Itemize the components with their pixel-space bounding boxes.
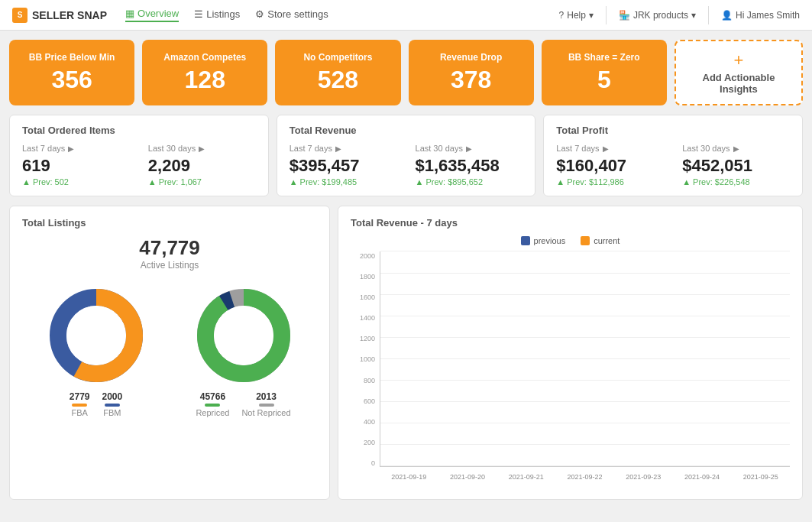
stats-value-revenue-30d: $1,635,458 — [416, 156, 523, 176]
metric-value-bb-share: 5 — [597, 66, 611, 93]
stats-title-revenue: Total Revenue — [290, 125, 523, 136]
stats-period-ordered-30d: Last 30 days ▶ — [148, 144, 256, 153]
bottom-row: Total Listings 47,779 Active Listings — [9, 206, 803, 500]
brand: S SELLER SNAP — [12, 8, 107, 23]
trend-up-icon-2: ▲ — [148, 177, 157, 186]
metric-cards-row: BB Price Below Min 356 Amazon Competes 1… — [9, 40, 803, 105]
listings-card: Total Listings 47,779 Active Listings — [9, 206, 330, 500]
stats-period-ordered-7d: Last 7 days ▶ — [22, 144, 130, 153]
bar-chart: 0 200 400 600 800 1000 1200 1400 1600 18… — [351, 251, 790, 488]
stats-period-profit-30d: Last 30 days ▶ — [682, 144, 790, 153]
x-label-4: 2021-09-23 — [614, 470, 673, 488]
user-icon: 👤 — [721, 10, 733, 21]
y-label-1400: 1400 — [360, 314, 375, 322]
donut-repriced: 45766 Repriced 2013 Not Repriced — [194, 286, 293, 417]
donut-fba-fbm: 2779 FBA 2000 FBM — [47, 286, 146, 417]
y-label-0: 0 — [371, 459, 375, 467]
stats-title-ordered: Total Ordered Items — [22, 125, 256, 136]
not-repriced-value: 2013 — [256, 391, 277, 402]
stats-prev-profit-7d: ▲ Prev: $112,986 — [556, 177, 664, 186]
legend-repriced: 45766 Repriced — [196, 391, 229, 417]
nav-listings[interactable]: ☰ Listings — [194, 8, 240, 21]
list-icon: ☰ — [194, 8, 203, 20]
donut2-legend: 45766 Repriced 2013 Not Repriced — [196, 391, 290, 417]
revenue-chart-title: Total Revenue - 7 days — [351, 217, 790, 229]
nav-store-settings[interactable]: ⚙ Store settings — [255, 8, 328, 21]
y-label-1200: 1200 — [360, 335, 375, 342]
stats-card-ordered: Total Ordered Items Last 7 days ▶ 619 ▲ … — [9, 115, 269, 196]
add-actionable-insights-button[interactable]: + Add Actionable Insights — [675, 40, 803, 105]
stats-col-revenue-7d: Last 7 days ▶ $395,457 ▲ Prev: $199,485 — [290, 144, 397, 186]
y-label-600: 600 — [364, 397, 375, 405]
stats-value-revenue-7d: $395,457 — [290, 156, 397, 176]
trend-up-icon-5: ▲ — [556, 177, 565, 186]
metric-label-bb-price: BB Price Below Min — [29, 52, 115, 64]
revenue-card: Total Revenue - 7 days previous current … — [338, 206, 803, 500]
arrow-right-icon-2: ▶ — [199, 144, 205, 153]
trend-up-icon-4: ▲ — [416, 177, 424, 186]
nav-divider-1 — [606, 6, 607, 24]
metric-card-bb-price[interactable]: BB Price Below Min 356 — [9, 40, 134, 105]
bars-container — [383, 251, 787, 466]
stats-value-profit-30d: $452,051 — [682, 156, 790, 176]
metric-value-no-competitors: 528 — [318, 66, 358, 93]
repriced-dot — [205, 404, 220, 407]
help-button[interactable]: ? Help ▾ — [559, 10, 594, 21]
stats-title-profit: Total Profit — [556, 125, 790, 136]
x-label-3: 2021-09-22 — [555, 470, 614, 488]
nav-links: ▦ Overview ☰ Listings ⚙ Store settings — [125, 8, 541, 22]
plus-icon: + — [734, 50, 744, 70]
metric-card-bb-share[interactable]: BB Share = Zero 5 — [542, 40, 667, 105]
add-insights-label: Add Actionable Insights — [688, 72, 789, 95]
stats-col-ordered-7d: Last 7 days ▶ 619 ▲ Prev: 502 — [22, 144, 130, 186]
stats-col-revenue-30d: Last 30 days ▶ $1,635,458 ▲ Prev: $895,6… — [416, 144, 523, 186]
arrow-right-icon-3: ▶ — [335, 144, 341, 153]
fbm-label: FBM — [103, 408, 121, 417]
stats-col-ordered-30d: Last 30 days ▶ 2,209 ▲ Prev: 1,067 — [148, 144, 256, 186]
y-axis: 0 200 400 600 800 1000 1200 1400 1600 18… — [351, 251, 378, 467]
metric-value-revenue-drop: 378 — [451, 66, 491, 93]
metric-card-no-competitors[interactable]: No Competitors 528 — [275, 40, 400, 105]
user-menu[interactable]: 👤 Hi James Smith — [721, 10, 800, 21]
trend-up-icon-3: ▲ — [290, 177, 298, 186]
donut1-legend: 2779 FBA 2000 FBM — [70, 391, 122, 417]
stats-prev-revenue-30d: ▲ Prev: $895,652 — [416, 177, 523, 186]
trend-up-icon-6: ▲ — [682, 177, 691, 186]
metric-label-revenue-drop: Revenue Drop — [440, 52, 502, 64]
stats-inner-profit: Last 7 days ▶ $160,407 ▲ Prev: $112,986 … — [556, 144, 790, 186]
nav-overview[interactable]: ▦ Overview — [125, 8, 179, 22]
nav-right: ? Help ▾ 🏪 JRK products ▾ 👤 Hi James Smi… — [559, 6, 800, 24]
repriced-value: 45766 — [200, 391, 225, 402]
donut-charts-area: 2779 FBA 2000 FBM — [22, 278, 317, 425]
legend-square-prev — [521, 236, 530, 245]
x-labels: 2021-09-192021-09-202021-09-212021-09-22… — [380, 470, 790, 488]
store-selector[interactable]: 🏪 JRK products ▾ — [619, 10, 696, 21]
navbar: S SELLER SNAP ▦ Overview ☰ Listings ⚙ St… — [0, 0, 812, 31]
active-listings-summary: 47,779 Active Listings — [139, 236, 200, 271]
metric-card-amazon-competes[interactable]: Amazon Competes 128 — [142, 40, 267, 105]
stats-period-revenue-7d: Last 7 days ▶ — [290, 144, 397, 153]
x-label-2: 2021-09-21 — [497, 470, 555, 488]
help-icon: ? — [559, 10, 565, 21]
arrow-right-icon: ▶ — [68, 144, 74, 153]
active-listings-count: 47,779 — [139, 236, 200, 260]
chart-legend: previous current — [351, 236, 790, 245]
stats-card-profit: Total Profit Last 7 days ▶ $160,407 ▲ Pr… — [543, 115, 803, 196]
metric-card-revenue-drop[interactable]: Revenue Drop 378 — [409, 40, 534, 105]
brand-icon: S — [12, 8, 27, 23]
donut-svg-2 — [194, 286, 293, 385]
nav-divider-2 — [708, 6, 709, 24]
arrow-right-icon-4: ▶ — [466, 144, 472, 153]
stats-value-profit-7d: $160,407 — [556, 156, 664, 176]
stats-inner-revenue: Last 7 days ▶ $395,457 ▲ Prev: $199,485 … — [290, 144, 523, 186]
y-label-1600: 1600 — [360, 293, 375, 301]
chevron-down-icon: ▾ — [589, 10, 594, 21]
legend-previous: previous — [521, 236, 566, 245]
fba-label: FBA — [71, 408, 87, 417]
legend-fbm: 2000 FBM — [102, 391, 123, 417]
legend-fba: 2779 FBA — [70, 391, 90, 417]
bar-chart-area — [380, 251, 790, 467]
not-repriced-label: Not Repriced — [241, 408, 290, 417]
arrow-right-icon-6: ▶ — [733, 144, 739, 153]
x-label-5: 2021-09-24 — [673, 470, 732, 488]
